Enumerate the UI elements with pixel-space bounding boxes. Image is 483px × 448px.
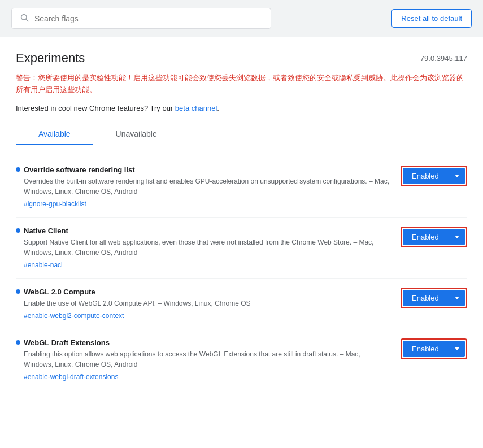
flag-description: Enabling this option allows web applicat…	[24, 349, 389, 369]
flag-link[interactable]: #enable-webgl2-compute-context	[24, 312, 124, 320]
flag-item: WebGL 2.0 Compute Enable the use of WebG…	[16, 279, 467, 329]
tab-unavailable[interactable]: Unavailable	[93, 124, 180, 145]
enabled-select-wrapper: Enabled	[401, 338, 467, 359]
flag-right: Enabled	[401, 338, 467, 359]
flag-right: Enabled	[401, 288, 467, 308]
enabled-select[interactable]: Enabled	[403, 229, 465, 245]
flag-description: Overrides the built-in software renderin…	[24, 176, 389, 197]
beta-channel-link[interactable]: beta channel	[175, 104, 217, 112]
select-label: Enabled	[412, 345, 439, 353]
enabled-select-wrapper: Enabled	[401, 166, 467, 186]
flag-dot	[16, 340, 20, 345]
flag-link[interactable]: #enable-webgl-draft-extensions	[24, 373, 118, 381]
flag-left: Native Client Support Native Client for …	[16, 227, 389, 269]
tabs: Available Unavailable	[16, 124, 467, 145]
flag-left: WebGL Draft Extensions Enabling this opt…	[16, 338, 389, 381]
flag-title: WebGL Draft Extensions	[16, 338, 389, 347]
svg-line-1	[26, 19, 28, 21]
flag-title-text: WebGL 2.0 Compute	[24, 288, 95, 296]
reset-all-button[interactable]: Reset all to default	[391, 9, 472, 28]
warning-text: 警告：您所要使用的是实验性功能！启用这些功能可能会致使您丢失浏览数据，或者致使您…	[16, 72, 467, 96]
flag-title: WebGL 2.0 Compute	[16, 288, 389, 296]
flag-dot	[16, 167, 20, 172]
flag-right: Enabled	[401, 166, 467, 186]
enabled-select-wrapper: Enabled	[401, 227, 467, 247]
search-icon	[20, 13, 29, 24]
flag-title-text: WebGL Draft Extensions	[24, 338, 110, 347]
chevron-down-icon	[455, 347, 459, 350]
flag-title-text: Override software rendering list	[24, 166, 135, 174]
flags-list: Override software rendering list Overrid…	[16, 156, 467, 390]
enabled-select[interactable]: Enabled	[403, 341, 465, 357]
version-label: 79.0.3945.117	[420, 54, 467, 63]
flag-link[interactable]: #enable-nacl	[24, 261, 63, 269]
enabled-select[interactable]: Enabled	[403, 290, 465, 306]
top-bar: Reset all to default	[0, 0, 483, 37]
flag-item: Native Client Support Native Client for …	[16, 218, 467, 279]
flag-left: Override software rendering list Overrid…	[16, 166, 389, 208]
tab-available[interactable]: Available	[16, 124, 93, 145]
flag-title: Native Client	[16, 227, 389, 235]
flag-link[interactable]: #ignore-gpu-blacklist	[24, 200, 86, 208]
flag-item: Override software rendering list Overrid…	[16, 156, 467, 218]
chevron-down-icon	[455, 236, 459, 238]
flag-description: Enable the use of WebGL 2.0 Compute API.…	[24, 298, 389, 308]
flag-dot	[16, 228, 20, 233]
select-label: Enabled	[412, 233, 439, 241]
search-input[interactable]	[34, 14, 263, 23]
interest-text: Interested in cool new Chrome features? …	[16, 104, 467, 112]
enabled-select[interactable]: Enabled	[403, 168, 465, 184]
chevron-down-icon	[455, 175, 459, 177]
flag-left: WebGL 2.0 Compute Enable the use of WebG…	[16, 288, 389, 320]
interest-suffix: .	[217, 104, 219, 112]
main-content: Experiments 79.0.3945.117 警告：您所要使用的是实验性功…	[0, 37, 483, 448]
header-row: Experiments 79.0.3945.117	[16, 51, 467, 66]
interest-prefix: Interested in cool new Chrome features? …	[16, 104, 175, 112]
search-box	[11, 8, 271, 29]
flag-dot	[16, 289, 20, 294]
flag-title: Override software rendering list	[16, 166, 389, 174]
flag-title-text: Native Client	[24, 227, 68, 235]
chevron-down-icon	[455, 297, 459, 299]
select-label: Enabled	[412, 172, 439, 180]
enabled-select-wrapper: Enabled	[401, 288, 467, 308]
flag-item: WebGL Draft Extensions Enabling this opt…	[16, 329, 467, 390]
flag-description: Support Native Client for all web applic…	[24, 237, 389, 258]
page-title: Experiments	[16, 51, 85, 66]
select-label: Enabled	[412, 294, 439, 302]
flag-right: Enabled	[401, 227, 467, 247]
